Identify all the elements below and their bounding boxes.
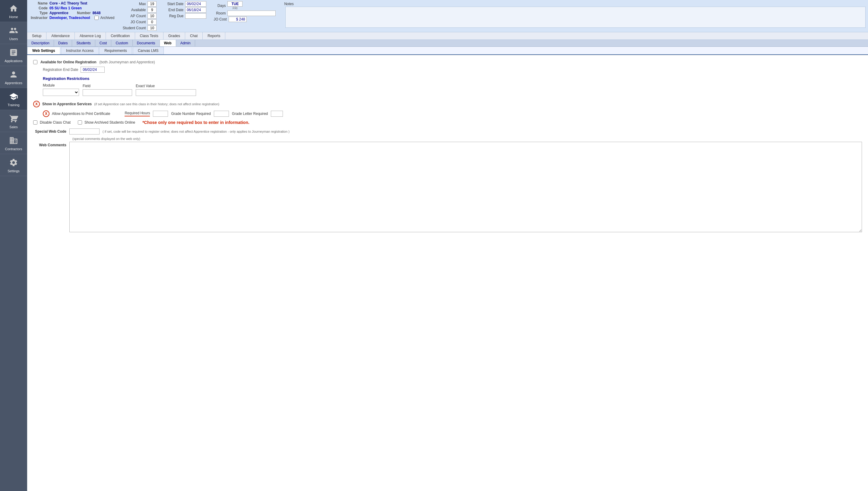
sidebar-label-contractors: Contractors xyxy=(5,147,22,151)
tab2-admin[interactable]: Admin xyxy=(176,40,195,47)
sidebar-item-home[interactable]: Home xyxy=(0,0,27,22)
type-row: Type Apprentice Number 8648 xyxy=(30,11,114,15)
show-apprentice-label: Show in Apprentice Services xyxy=(42,102,92,106)
sidebar-item-users[interactable]: Users xyxy=(0,22,27,44)
training-icon xyxy=(8,91,19,102)
exact-value-field-group: Exact Value xyxy=(136,84,196,96)
grade-number-label: Grade Number Required xyxy=(171,112,210,116)
start-date-input[interactable] xyxy=(185,1,206,7)
reg-due-input[interactable] xyxy=(185,13,206,19)
applications-icon xyxy=(8,47,19,58)
web-comments-row: Web Comments xyxy=(33,142,862,232)
tab2-custom[interactable]: Custom xyxy=(111,40,133,47)
student-count-value: 10 xyxy=(147,25,156,31)
tab2-web[interactable]: Web xyxy=(160,40,176,47)
header-info-bar: Name Core - AC Theory Test Code 05 SU Re… xyxy=(27,0,868,32)
notes-block: Notes xyxy=(283,1,866,28)
available-label: Available xyxy=(121,8,146,12)
archived-checkbox[interactable] xyxy=(94,16,98,20)
restrictions-heading: Registration Restrictions xyxy=(43,76,862,81)
tab3-instructor-access[interactable]: Instructor Access xyxy=(61,47,98,54)
instructor-row: Instructor Developer, Tradeschool Archiv… xyxy=(30,16,114,20)
number-label: Number xyxy=(73,11,91,15)
disable-chat-checkbox[interactable] xyxy=(33,120,37,124)
tab-setup[interactable]: Setup xyxy=(27,32,47,39)
sidebar-item-applications[interactable]: Applications xyxy=(0,44,27,66)
show-apprentice-hint: (if set Apprentice can see this class in… xyxy=(94,102,219,106)
sidebar-item-contractors[interactable]: Contractors xyxy=(0,132,27,154)
jo-cost-label: JO Cost xyxy=(213,17,227,21)
notes-label: Notes xyxy=(283,1,866,7)
tab2-students[interactable]: Students xyxy=(72,40,95,47)
field-input[interactable] xyxy=(83,89,132,96)
tab2-dates[interactable]: Dates xyxy=(54,40,72,47)
max-row: Max 19 xyxy=(121,1,156,7)
tab-chat[interactable]: Chat xyxy=(185,32,203,39)
reg-end-date-input[interactable] xyxy=(81,67,105,73)
days-row: Days TUE FRI xyxy=(213,1,276,10)
exact-value-input[interactable] xyxy=(136,89,196,96)
sidebar-item-settings[interactable]: Settings xyxy=(0,154,27,176)
instructor-value[interactable]: Developer, Tradeschool xyxy=(50,16,90,20)
warning-text: *Chose only one required box to enter in… xyxy=(142,120,250,125)
reg-due-label: Reg Due xyxy=(164,14,183,18)
tab3-requirements[interactable]: Requirements xyxy=(99,47,132,54)
tab2-documents[interactable]: Documents xyxy=(133,40,160,47)
tab3-web-settings[interactable]: Web Settings xyxy=(27,47,60,54)
tab-attendance[interactable]: Attendance xyxy=(47,32,75,39)
sidebar-item-apprentices[interactable]: Apprentices xyxy=(0,66,27,88)
tab2-cost[interactable]: Cost xyxy=(95,40,112,47)
allow-print-row: X Allow Apprentices to Print Certificate… xyxy=(43,110,862,117)
tab-absence-log[interactable]: Absence Log xyxy=(75,32,106,39)
available-value: 9 xyxy=(147,7,156,13)
required-hours-section: Required Hours Grade Number Required Gra… xyxy=(124,111,283,117)
ap-count-value: 10 xyxy=(147,13,156,19)
tabs-row-2: Description Dates Students Cost Custom D… xyxy=(27,40,868,47)
required-hours-label: Required Hours xyxy=(124,111,150,116)
tab3-canvas-lms[interactable]: Canvas LMS xyxy=(133,47,164,54)
special-web-hint: ( if set, code will be required to regis… xyxy=(103,130,290,133)
counts-block: Max 19 Available 9 AP Count 10 JO Count … xyxy=(121,1,156,31)
type-value: Apprentice xyxy=(50,11,68,15)
reg-end-date-label: Registration End Date xyxy=(43,67,78,72)
home-icon xyxy=(8,3,19,14)
notes-area[interactable] xyxy=(285,7,866,28)
room-label: Room xyxy=(213,11,226,16)
main-content: Name Core - AC Theory Test Code 05 SU Re… xyxy=(27,0,868,491)
sidebar-item-training[interactable]: Training xyxy=(0,88,27,110)
dates-block: Start Date End Date Reg Due xyxy=(164,1,206,19)
web-comments-area[interactable] xyxy=(69,142,862,232)
tab-certification[interactable]: Certification xyxy=(106,32,135,39)
tab2-description[interactable]: Description xyxy=(27,40,54,47)
show-apprentice-button[interactable]: X xyxy=(33,101,40,107)
room-row: Room xyxy=(213,10,276,16)
code-row: Code 05 SU Res 1 Green xyxy=(30,6,114,10)
reg-due-row: Reg Due xyxy=(164,13,206,19)
special-web-label: Special Web Code xyxy=(33,129,66,134)
room-input[interactable] xyxy=(227,10,276,16)
module-select[interactable] xyxy=(43,89,79,96)
jo-count-value: 0 xyxy=(147,19,156,25)
name-value: Core - AC Theory Test xyxy=(50,1,87,5)
show-archived-label: Show Archived Students Online xyxy=(84,120,135,124)
code-label: Code xyxy=(30,6,48,10)
instructor-label: Instructor xyxy=(30,16,48,20)
required-hours-input[interactable] xyxy=(153,111,168,117)
tab-class-tests[interactable]: Class Tests xyxy=(135,32,164,39)
show-archived-checkbox[interactable] xyxy=(78,120,82,124)
tab-grades[interactable]: Grades xyxy=(164,32,185,39)
module-field-group: Module xyxy=(43,83,79,96)
code-value[interactable]: 05 SU Res 1 Green xyxy=(50,6,82,10)
class-info-block: Name Core - AC Theory Test Code 05 SU Re… xyxy=(30,1,114,20)
sidebar-item-sales[interactable]: Sales xyxy=(0,110,27,132)
tab-reports[interactable]: Reports xyxy=(203,32,225,39)
available-online-checkbox[interactable] xyxy=(33,60,37,64)
grade-letter-input[interactable] xyxy=(271,111,283,117)
start-date-row: Start Date xyxy=(164,1,206,7)
grade-number-input[interactable] xyxy=(214,111,229,117)
end-date-input[interactable] xyxy=(185,7,206,13)
allow-print-button[interactable]: X xyxy=(43,110,50,117)
jo-cost-row: JO Cost $ 248 xyxy=(213,17,276,22)
special-web-input[interactable] xyxy=(69,128,99,135)
days-label: Days xyxy=(213,4,226,8)
